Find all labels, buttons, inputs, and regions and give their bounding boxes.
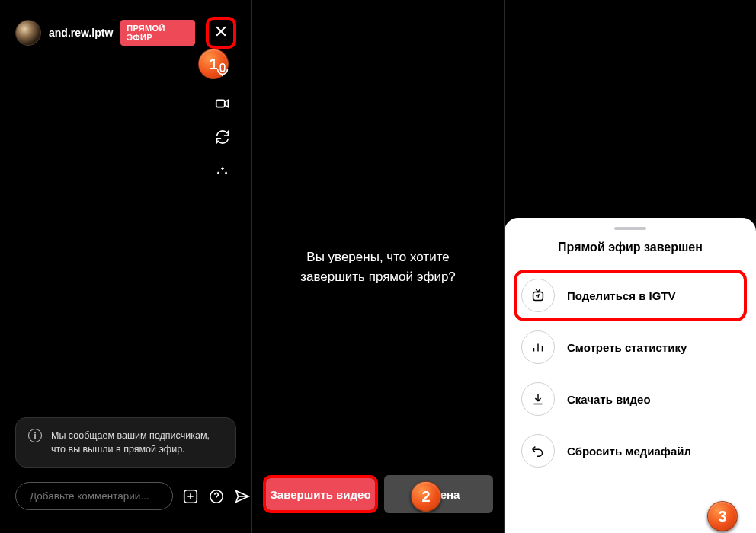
download-icon [521,382,555,416]
send-icon[interactable] [234,488,251,505]
sheet-item-label: Смотреть статистику [567,341,687,354]
add-media-icon[interactable] [182,488,199,505]
end-video-button[interactable]: Завершить видео [266,478,375,510]
sheet-item-label: Сбросить медиафайл [567,445,691,458]
undo-icon [521,434,555,468]
effects-icon[interactable] [213,161,232,180]
stats-icon [521,330,555,364]
panel-live-broadcast: and.rew.lptw ПРЯМОЙ ЭФИР 1 i Мы сообщаем… [0,0,251,533]
svg-rect-0 [220,64,225,72]
switch-camera-icon[interactable] [213,128,232,146]
live-controls [213,61,232,180]
sheet-item-label: Поделиться в IGTV [567,289,676,302]
step-badge-3: 3 [707,501,738,531]
sheet-grabber[interactable] [614,227,646,230]
sheet-item-label: Скачать видео [567,393,651,406]
step-badge-2: 2 [411,481,441,512]
info-icon: i [28,429,42,442]
sheet-title: Прямой эфир завершен [517,241,744,254]
live-badge: ПРЯМОЙ ЭФИР [120,20,195,46]
camera-icon[interactable] [213,94,232,113]
comment-row [15,482,236,510]
end-button-highlight: Завершить видео [263,475,378,513]
sheet-item-stats[interactable]: Смотреть статистику [517,321,744,373]
sheet-item-share-igtv[interactable]: Поделиться в IGTV [514,270,747,321]
notice-banner: i Мы сообщаем вашим подписчикам, что вы … [15,417,236,468]
confirm-buttons: Завершить видео Отмена [263,475,493,513]
close-icon [213,24,229,42]
avatar[interactable] [15,20,41,46]
microphone-icon[interactable] [213,61,232,79]
username[interactable]: and.rew.lptw [49,27,113,39]
confirm-prompt: Вы уверены, что хотите завершить прямой … [279,247,477,286]
panel-live-ended: Прямой эфир завершен Поделиться в IGTV 3… [505,0,756,533]
comment-input[interactable] [15,482,173,510]
sheet-item-download[interactable]: Скачать видео [517,373,744,425]
action-sheet: Прямой эфир завершен Поделиться в IGTV 3… [505,218,756,533]
live-header: and.rew.lptw ПРЯМОЙ ЭФИР [15,17,236,49]
panel-confirm-end: Вы уверены, что хотите завершить прямой … [252,0,504,533]
igtv-icon [521,279,555,312]
svg-rect-1 [216,100,225,107]
question-icon[interactable] [208,488,225,505]
notice-text: Мы сообщаем вашим подписчикам, что вы вы… [51,429,223,456]
close-button[interactable] [206,17,236,49]
sheet-item-discard[interactable]: Сбросить медиафайл [517,425,744,477]
